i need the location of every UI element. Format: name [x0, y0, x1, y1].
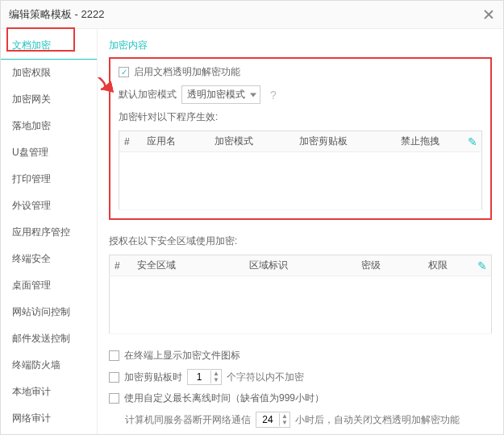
sidebar-item-doc-security[interactable]: 文档安全 [1, 432, 97, 434]
table1-wrap: ✎ # 应用名 加密模式 加密剪贴板 禁止拖拽 [119, 130, 482, 210]
row-enable: 启用文档透明加解密功能 [119, 65, 482, 79]
th2-idx: # [110, 255, 132, 276]
select-mode-value: 透明加密模式 [187, 89, 245, 100]
row-offline-detail: 计算机同服务器断开网络通信 ▲▼ 小时后，自动关闭文档透明加解密功能 [109, 412, 492, 428]
checkbox-show-icon[interactable] [109, 350, 119, 361]
row-mode: 默认加密模式 透明加密模式 ? [119, 85, 482, 104]
label-mode: 默认加密模式 [119, 88, 177, 102]
spinner-clipboard-input[interactable] [188, 370, 210, 384]
sidebar-item-local-encrypt[interactable]: 落地加密 [1, 113, 97, 139]
th-appname: 应用名 [142, 131, 210, 152]
spinner-offline[interactable]: ▲▼ [256, 412, 290, 428]
sidebar-item-local-audit[interactable]: 本地审计 [1, 379, 97, 405]
row-clipboard: 加密剪贴板时 ▲▼ 个字符以内不加密 [109, 369, 492, 385]
sidebar-item-peripheral[interactable]: 外设管理 [1, 193, 97, 219]
help-icon[interactable]: ? [270, 89, 277, 102]
chevron-down-icon [250, 93, 256, 97]
sidebar-item-encrypt-gateway[interactable]: 加密网关 [1, 86, 97, 113]
chevron-down-icon[interactable]: ▼ [280, 420, 289, 426]
table2-wrap: ✎ # 安全区域 区域标识 密级 权限 [109, 255, 492, 334]
th2-level: 密级 [356, 255, 423, 276]
chevron-down-icon[interactable]: ▼ [211, 377, 221, 383]
sidebar-item-doc-encrypt[interactable]: 文档加密 [1, 32, 97, 60]
table-programs: # 应用名 加密模式 加密剪贴板 禁止拖拽 [119, 130, 482, 210]
label-offline-suffix: 小时后，自动关闭文档透明加解密功能 [295, 413, 460, 427]
spinner-offline-input[interactable] [256, 412, 279, 427]
th-clipboard: 加密剪贴板 [294, 131, 396, 152]
th2-marker: 区域标识 [244, 255, 356, 276]
dialog-body: 文档加密 加密权限 加密网关 落地加密 U盘管理 打印管理 外设管理 应用程序管… [1, 29, 503, 434]
row-offline: 使用自定义最长离线时间（缺省值为999小时） [109, 392, 492, 405]
th-mode: 加密模式 [210, 131, 294, 152]
close-icon[interactable] [482, 8, 495, 21]
label-region: 授权在以下安全区域使用加密: [109, 234, 237, 248]
label-offline-prefix: 计算机同服务器断开网络通信 [125, 413, 251, 427]
edit-icon[interactable]: ✎ [468, 135, 477, 148]
sidebar-item-net-audit[interactable]: 网络审计 [1, 405, 97, 432]
sidebar-item-usb[interactable]: U盘管理 [1, 139, 97, 166]
th-idx: # [119, 131, 142, 152]
checkbox-offline[interactable] [109, 393, 119, 404]
sidebar-item-terminal-security[interactable]: 终端安全 [1, 246, 97, 272]
label-clipboard: 加密剪贴板时 [124, 371, 182, 384]
edit-icon[interactable]: ✎ [477, 259, 487, 272]
content-pane: 加密内容 启用文档透明加解密功能 默认加密模式 透明加密模式 ? 加密针对以下程… [98, 29, 503, 434]
sidebar-item-app-control[interactable]: 应用程序管控 [1, 219, 97, 246]
sidebar-item-web-access[interactable]: 网站访问控制 [1, 299, 97, 325]
dialog-title: 编辑策略模板 - 2222 [9, 7, 104, 22]
sidebar-item-desktop[interactable]: 桌面管理 [1, 272, 97, 299]
dialog: 编辑策略模板 - 2222 文档加密 加密权限 加密网关 落地加密 U盘管理 打… [0, 0, 504, 435]
label-enable-encrypt: 启用文档透明加解密功能 [134, 65, 240, 79]
sidebar-item-print[interactable]: 打印管理 [1, 166, 97, 193]
label-clipboard-suffix: 个字符以内不加密 [227, 371, 304, 384]
checkbox-enable-encrypt[interactable] [119, 67, 129, 77]
section-title-encrypt: 加密内容 [109, 39, 492, 52]
row-region-label: 授权在以下安全区域使用加密: [109, 234, 492, 248]
th2-region: 安全区域 [132, 255, 244, 276]
label-show-icon: 在终端上显示加密文件图标 [124, 349, 240, 362]
sidebar-item-email[interactable]: 邮件发送控制 [1, 325, 97, 352]
spinner-clipboard[interactable]: ▲▼ [187, 369, 222, 385]
table-row [110, 276, 492, 334]
sidebar: 文档加密 加密权限 加密网关 落地加密 U盘管理 打印管理 外设管理 应用程序管… [1, 29, 98, 434]
row-show-icon: 在终端上显示加密文件图标 [109, 349, 492, 362]
label-apply: 加密针对以下程序生效: [119, 110, 218, 124]
select-mode[interactable]: 透明加密模式 [181, 85, 260, 104]
titlebar: 编辑策略模板 - 2222 [1, 1, 503, 29]
label-offline: 使用自定义最长离线时间（缺省值为999小时） [124, 392, 324, 405]
row-apply-label: 加密针对以下程序生效: [119, 110, 482, 124]
highlight-box-content: 启用文档透明加解密功能 默认加密模式 透明加密模式 ? 加密针对以下程序生效: … [109, 57, 492, 220]
sidebar-item-firewall[interactable]: 终端防火墙 [1, 352, 97, 379]
sidebar-item-encrypt-perm[interactable]: 加密权限 [1, 60, 97, 86]
table-row [119, 152, 482, 210]
table-regions: # 安全区域 区域标识 密级 权限 [109, 255, 492, 334]
checkbox-clipboard[interactable] [109, 372, 119, 383]
